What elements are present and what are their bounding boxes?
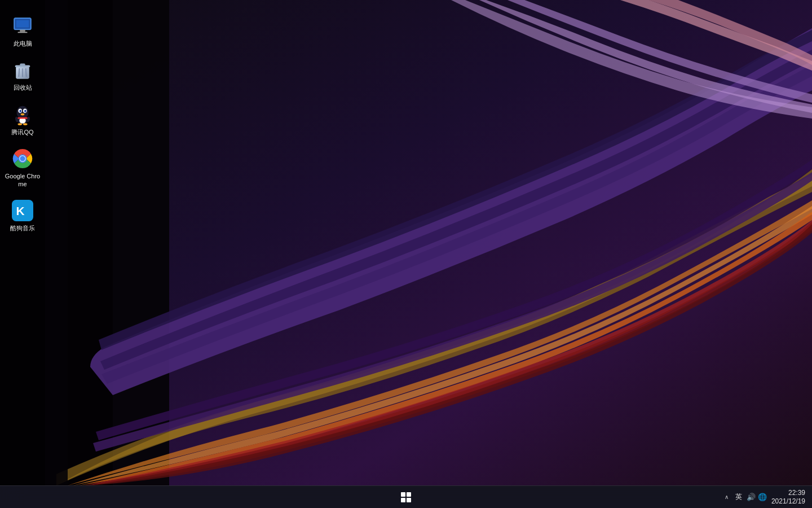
tray-network-speaker-icons[interactable]: 🔊 🌐	[747, 493, 767, 501]
desktop-icon-kuwo[interactable]: K 酷狗音乐	[2, 196, 43, 235]
svg-point-27	[17, 123, 22, 125]
computer-icon-label: 此电脑	[14, 40, 32, 47]
start-button[interactable]	[395, 486, 417, 509]
recycle-icon-label: 回收站	[14, 84, 32, 91]
win-logo-bl	[401, 498, 405, 502]
system-tray: ∧ 英 🔊 🌐 22:39 2021/12/19	[722, 489, 805, 505]
svg-text:K: K	[16, 204, 25, 217]
svg-rect-7	[20, 30, 25, 32]
svg-line-14	[19, 68, 19, 77]
chrome-icon-label: Google Chrome	[5, 172, 41, 189]
clock-time: 22:39	[788, 489, 805, 497]
svg-point-22	[20, 110, 21, 111]
win-logo-tl	[401, 492, 405, 497]
desktop-icon-computer[interactable]: 此电脑	[2, 11, 43, 51]
svg-rect-8	[17, 32, 27, 33]
recycle-bin-icon	[11, 59, 34, 81]
wallpaper	[0, 0, 812, 485]
svg-point-28	[23, 123, 28, 125]
network-icon: 🌐	[758, 493, 767, 501]
qq-icon-label: 腾讯QQ	[11, 128, 33, 136]
tray-chevron-icon[interactable]: ∧	[722, 492, 731, 502]
svg-point-23	[25, 110, 26, 111]
kuwo-icon-label: 酷狗音乐	[10, 224, 35, 232]
qq-icon	[11, 103, 34, 126]
kuwo-icon: K	[11, 199, 34, 222]
monitor-icon	[11, 15, 34, 37]
svg-rect-31	[17, 117, 27, 119]
win-logo-br	[407, 498, 411, 502]
chrome-icon	[11, 147, 34, 170]
taskbar: ∧ 英 🔊 🌐 22:39 2021/12/19	[0, 485, 812, 508]
clock-section[interactable]: 22:39 2021/12/19	[771, 489, 805, 505]
svg-rect-13	[20, 64, 25, 66]
windows-logo-icon	[401, 492, 411, 502]
clock-date: 2021/12/19	[771, 497, 805, 505]
svg-rect-9	[16, 20, 29, 28]
taskbar-right: ∧ 英 🔊 🌐 22:39 2021/12/19	[699, 489, 812, 505]
desktop-icon-recycle[interactable]: 回收站	[2, 55, 43, 95]
desktop-icons-container: 此电脑	[0, 6, 45, 246]
speaker-icon: 🔊	[747, 493, 756, 501]
desktop-icon-qq[interactable]: 腾讯QQ	[2, 100, 43, 139]
svg-point-35	[20, 156, 25, 161]
svg-line-16	[26, 68, 27, 77]
desktop-icon-chrome[interactable]: Google Chrome	[2, 144, 43, 192]
tray-language-indicator[interactable]: 英	[735, 492, 742, 502]
svg-point-24	[21, 113, 25, 115]
win-logo-tr	[407, 492, 411, 497]
